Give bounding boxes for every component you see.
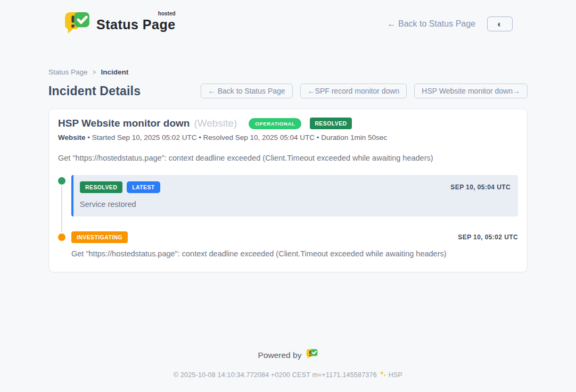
incident-title: HSP Website monitor down <box>58 118 190 129</box>
incident-nav-buttons: ← Back to Status Page ←SPF record monito… <box>201 84 528 98</box>
status-page-logo-icon <box>63 12 91 36</box>
incident-meta-details: • Started Sep 10, 2025 05:02 UTC • Resol… <box>87 134 387 141</box>
timeline-entry-head: INVESTIGATING SEP 10, 05:02 UTC <box>71 231 518 243</box>
half-circle-theme-icon: ◐ <box>497 20 503 29</box>
breadcrumb-separator: > <box>93 69 96 76</box>
timeline-dot-orange <box>58 233 65 241</box>
logo-hosted-label: hosted <box>158 11 176 16</box>
powered-by: Powered by <box>0 349 576 361</box>
theme-toggle-button[interactable]: ◐ <box>487 16 513 31</box>
status-page-logo-icon[interactable] <box>306 349 318 361</box>
prev-incident-button[interactable]: ←SPF record monitor down <box>300 84 407 98</box>
timeline-entry-body: INVESTIGATING SEP 10, 05:02 UTC Get "htt… <box>71 231 518 258</box>
incident-component: Website <box>58 134 86 141</box>
resolved-badge: RESOLVED <box>80 181 122 193</box>
page-title: Incident Details <box>48 84 141 98</box>
timeline-dot-green <box>58 177 65 185</box>
incident-timeline: RESOLVED LATEST SEP 10, 05:04 UTC Servic… <box>58 175 518 258</box>
logo-text: Status Page <box>96 17 176 32</box>
header-right: ← Back to Status Page ◐ <box>388 16 513 31</box>
logo[interactable]: Status Page hosted <box>63 12 176 36</box>
header: Status Page hosted ← Back to Status Page… <box>48 7 528 40</box>
logo-text-wrap: Status Page hosted <box>96 12 176 32</box>
timeline-timestamp: SEP 10, 05:02 UTC <box>458 233 518 241</box>
copyright-text: © 2025-10-08 14:10:34.772084 +0200 CEST … <box>174 371 377 379</box>
investigating-badge: INVESTIGATING <box>71 231 128 243</box>
timeline-message: Service restored <box>80 200 511 208</box>
incident-title-row: HSP Website monitor down (Website) OPERA… <box>58 118 518 129</box>
breadcrumb-current: Incident <box>101 68 129 76</box>
latest-badge: LATEST <box>127 181 160 193</box>
powered-by-label: Powered by <box>258 351 302 360</box>
back-to-status-page-button[interactable]: ← Back to Status Page <box>201 84 293 98</box>
operational-status-badge: OPERATIONAL <box>249 118 301 129</box>
incident-card: HSP Website monitor down (Website) OPERA… <box>48 109 528 272</box>
timeline-entry-investigating: INVESTIGATING SEP 10, 05:02 UTC Get "htt… <box>58 231 518 258</box>
main-content: Status Page > Incident Incident Details … <box>48 40 528 272</box>
next-incident-button[interactable]: HSP Website monitor down→ <box>414 84 528 98</box>
timeline-timestamp: SEP 10, 05:04 UTC <box>450 184 511 191</box>
footer: Powered by © 2025-10-08 14:10:34.772084 … <box>0 338 576 392</box>
incident-description: Get "https://hostedstatus.page": context… <box>58 154 518 162</box>
timeline-badges: RESOLVED LATEST <box>80 181 160 193</box>
title-row: Incident Details ← Back to Status Page ←… <box>48 84 528 98</box>
incident-meta: Website • Started Sep 10, 2025 05:02 UTC… <box>58 134 518 141</box>
incident-scope: (Website) <box>194 118 237 129</box>
back-to-status-page-link[interactable]: ← Back to Status Page <box>388 19 475 29</box>
timeline-entry-resolved: RESOLVED LATEST SEP 10, 05:04 UTC Servic… <box>58 175 518 216</box>
timeline-entry-body: RESOLVED LATEST SEP 10, 05:04 UTC Servic… <box>71 175 518 216</box>
timeline-message: Get "https://hostedstatus.page": context… <box>71 249 518 258</box>
timeline-badges: INVESTIGATING <box>71 231 128 243</box>
resolved-status-badge: RESOLVED <box>310 118 351 129</box>
timeline-entry-head: RESOLVED LATEST SEP 10, 05:04 UTC <box>80 181 511 193</box>
breadcrumb-root[interactable]: Status Page <box>48 68 88 76</box>
breadcrumb: Status Page > Incident <box>48 68 528 76</box>
sparkles-icon <box>379 370 386 379</box>
copyright-suffix: HSP <box>389 371 402 379</box>
copyright: © 2025-10-08 14:10:34.772084 +0200 CEST … <box>0 370 576 379</box>
